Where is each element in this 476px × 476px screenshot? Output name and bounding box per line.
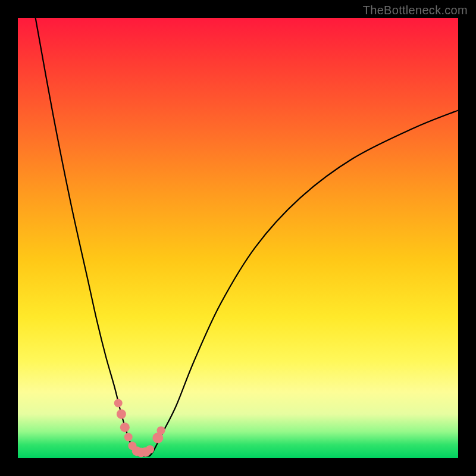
data-point	[114, 399, 123, 408]
data-point	[117, 409, 126, 419]
plot-area	[18, 18, 458, 458]
data-point	[120, 422, 130, 432]
right-curve	[150, 110, 458, 456]
data-point	[146, 445, 154, 453]
left-curve	[36, 18, 139, 456]
data-point	[124, 433, 133, 441]
watermark-text: TheBottleneck.com	[363, 4, 468, 17]
scatter-points	[114, 399, 165, 458]
data-point	[157, 426, 165, 434]
curve-layer	[18, 18, 458, 458]
chart-frame: TheBottleneck.com	[0, 0, 476, 476]
